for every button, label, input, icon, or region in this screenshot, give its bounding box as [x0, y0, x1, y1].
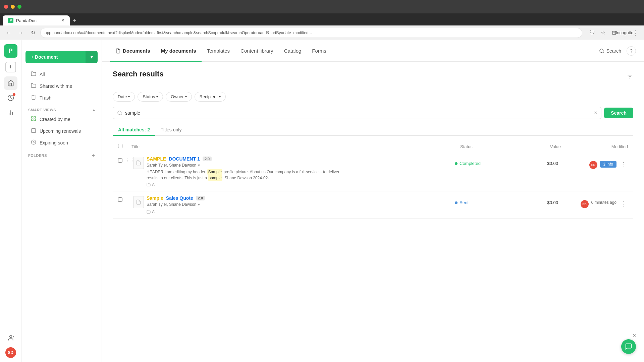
- user-avatar[interactable]: SD: [5, 347, 16, 358]
- row-checkbox-2[interactable]: [118, 197, 122, 202]
- info-button-1[interactable]: ℹ Info: [600, 161, 616, 168]
- upcoming-renewals-label: Upcoming renewals: [40, 128, 81, 134]
- smart-views-toggle[interactable]: ▴: [93, 108, 95, 112]
- tab-forms[interactable]: Forms: [307, 45, 332, 56]
- add-user-icon-button[interactable]: [4, 331, 17, 345]
- tab-catalog[interactable]: Catalog: [279, 45, 307, 56]
- document-modified-2: SD 6 minutes ago ⋮: [561, 195, 628, 208]
- filter-icon-button[interactable]: [627, 73, 633, 82]
- title-rest-text-2: Sales Quote: [166, 195, 193, 201]
- extensions-icon[interactable]: ⋮: [631, 28, 640, 38]
- tab-templates[interactable]: Templates: [202, 45, 235, 56]
- snippet-highlight-1b: sample: [208, 175, 222, 181]
- titles-only-tab[interactable]: Titles only: [155, 124, 187, 136]
- app-logo: P: [4, 44, 17, 58]
- tab-my-documents[interactable]: My documents: [156, 45, 202, 56]
- status-sent-badge: Sent: [455, 200, 469, 205]
- status-filter-button[interactable]: Status ▾: [138, 92, 163, 102]
- tab-favicon: P: [8, 18, 13, 23]
- tab-content-library[interactable]: Content library: [235, 45, 279, 56]
- drag-handle-icon[interactable]: ⋮⋮: [125, 156, 130, 163]
- sidebar-all-label: All: [40, 72, 45, 77]
- incognito-icon: Incognito: [620, 28, 629, 38]
- forward-button[interactable]: →: [16, 28, 25, 38]
- expiring-soon-icon: [31, 139, 36, 146]
- row-checkbox-1[interactable]: [118, 158, 122, 163]
- owners-expand-arrow-2[interactable]: ▾: [198, 202, 200, 207]
- search-bar: × Search: [113, 107, 633, 119]
- modified-column-header: Modified: [561, 144, 628, 149]
- result-row-main-2: Sample Sales Quote 2.0 Sarah Tyler, Shan…: [113, 191, 633, 218]
- version-badge-2: 2.0: [196, 196, 205, 200]
- help-button[interactable]: ?: [627, 46, 636, 56]
- sidebar-item-trash[interactable]: Trash: [24, 92, 99, 104]
- new-document-main-button[interactable]: + Document: [25, 51, 86, 63]
- document-title-2: Sample Sales Quote 2.0: [147, 195, 452, 201]
- all-matches-tab[interactable]: All matches: 2: [113, 124, 155, 136]
- search-input-wrapper[interactable]: ×: [113, 107, 601, 119]
- new-document-button[interactable]: + Document ▾: [25, 51, 98, 63]
- svg-rect-11: [32, 129, 36, 133]
- notifications-icon-button[interactable]: [4, 91, 17, 105]
- document-status-1: Completed: [455, 156, 515, 166]
- document-folder-1: All: [147, 182, 452, 187]
- more-options-button-2[interactable]: ⋮: [619, 200, 628, 207]
- recipient-filter-label: Recipient: [200, 94, 218, 99]
- sidebar-item-created-by-me[interactable]: Created by me: [24, 113, 99, 125]
- owners-text-2: Sarah Tyler, Shane Dawson: [147, 202, 197, 207]
- browser-tab[interactable]: P PandaDoc ×: [3, 15, 70, 25]
- add-folder-button[interactable]: +: [92, 153, 95, 159]
- header-search-button[interactable]: Search: [599, 48, 621, 54]
- notification-dot: [13, 93, 15, 96]
- recipient-filter-button[interactable]: Recipient ▾: [195, 92, 226, 102]
- status-filter-chevron-icon: ▾: [156, 95, 158, 99]
- date-filter-button[interactable]: Date ▾: [113, 92, 135, 102]
- sidebar-item-expiring-soon[interactable]: Expiring soon: [24, 137, 99, 148]
- search-submit-button[interactable]: Search: [604, 108, 633, 118]
- tab-close-button[interactable]: ×: [61, 17, 64, 23]
- modified-time-2: 6 minutes ago: [591, 200, 616, 205]
- sidebar-trash-label: Trash: [40, 95, 51, 101]
- smart-views-label: SMART VIEWS: [28, 108, 56, 112]
- icon-sidebar: P + SD: [0, 40, 21, 362]
- refresh-button[interactable]: ↻: [28, 28, 38, 38]
- star-icon[interactable]: ☆: [598, 28, 608, 38]
- avatar-badge-1: SD: [589, 161, 597, 169]
- smart-views-section-header: SMART VIEWS ▴: [21, 104, 102, 113]
- tab-documents[interactable]: Documents: [110, 45, 156, 56]
- folder-all-icon: [31, 71, 36, 77]
- title-column-header: Title: [131, 144, 460, 149]
- page-title: Search results: [113, 70, 164, 78]
- version-badge-1: 2.0: [203, 157, 212, 161]
- more-options-button-1[interactable]: ⋮: [619, 161, 628, 168]
- tab-catalog-label: Catalog: [284, 48, 302, 54]
- analytics-icon-button[interactable]: [4, 106, 17, 119]
- created-by-me-icon: [31, 116, 36, 122]
- owner-filter-button[interactable]: Owner ▾: [166, 92, 192, 102]
- browser-tabs: P PandaDoc × +: [0, 13, 644, 25]
- document-icon-2: [133, 196, 144, 208]
- main-content: Documents My documents Templates Content…: [102, 40, 644, 362]
- new-tab-button[interactable]: +: [70, 16, 79, 25]
- search-clear-button[interactable]: ×: [594, 110, 597, 116]
- select-all-checkbox[interactable]: [118, 144, 122, 148]
- sidebar-item-shared[interactable]: Shared with me: [24, 80, 99, 92]
- sidebar-item-all[interactable]: All: [24, 68, 99, 80]
- created-by-me-label: Created by me: [40, 117, 70, 122]
- new-document-dropdown-button[interactable]: ▾: [86, 51, 98, 63]
- global-add-button[interactable]: +: [5, 62, 16, 72]
- svg-point-21: [118, 111, 121, 115]
- filter-bar: Date ▾ Status ▾ Owner ▾ Recipient ▾: [113, 92, 633, 102]
- tab-documents-label: Documents: [123, 48, 150, 54]
- chat-widget-button[interactable]: [621, 339, 636, 354]
- url-bar[interactable]: app.pandadoc.com/a/#/documents-next?disp…: [40, 28, 582, 38]
- owners-expand-arrow-1[interactable]: ▾: [198, 163, 200, 168]
- info-icon: ℹ: [603, 162, 605, 167]
- back-button[interactable]: ←: [4, 28, 13, 38]
- home-icon-button[interactable]: [4, 76, 17, 90]
- sidebar-item-upcoming-renewals[interactable]: Upcoming renewals: [24, 125, 99, 137]
- chat-close-button[interactable]: ×: [633, 333, 636, 339]
- status-column-header: Status: [460, 144, 521, 149]
- search-input[interactable]: [125, 110, 591, 116]
- new-document-label: + Document: [31, 54, 58, 60]
